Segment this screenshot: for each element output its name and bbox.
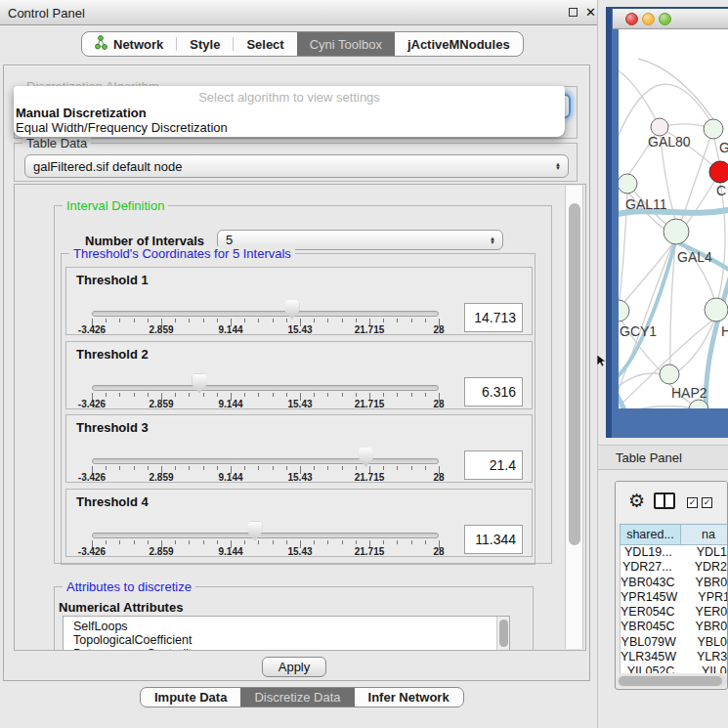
network-node-c[interactable]: [709, 161, 728, 183]
gear-icon[interactable]: ⚙: [628, 490, 645, 512]
slider-tick-label: 28: [433, 399, 444, 409]
table-hscrollbar[interactable]: [617, 675, 727, 687]
network-canvas[interactable]: GAL80GACGAL11GAL4GCY1HHAP2: [619, 29, 728, 408]
close-icon[interactable]: ✕: [585, 5, 596, 20]
table-row[interactable]: YDR27...YDR2: [621, 560, 727, 575]
checkbox-icon[interactable]: ✓: [687, 497, 698, 508]
slider-tick-label: -3.426: [78, 546, 106, 557]
tab-jactivemnodules[interactable]: jActiveMNodules: [395, 32, 523, 56]
threshold-value-field[interactable]: 6.316: [464, 377, 523, 407]
network-edge: [638, 59, 713, 119]
cell-name[interactable]: YIL0: [681, 664, 727, 673]
slider-tick: [106, 319, 107, 322]
list-item-topologicalcoefficient[interactable]: TopologicalCoefficient: [64, 633, 509, 647]
cell-name[interactable]: YDL1: [676, 545, 727, 560]
slider-handle[interactable]: [247, 522, 262, 541]
table-row[interactable]: YBL079WYBL0: [621, 635, 727, 650]
list-item-betweennesscentrality[interactable]: BetweennessCentrality: [64, 647, 509, 651]
network-window-titlebar[interactable]: [613, 9, 728, 29]
apply-button[interactable]: Apply: [262, 657, 326, 677]
cell-shared-name[interactable]: YDL19...: [621, 545, 676, 560]
cell-shared-name[interactable]: YBR045C: [621, 620, 675, 634]
panel-scrollbar-thumb[interactable]: [569, 203, 580, 545]
network-node-hap2[interactable]: [660, 364, 679, 384]
cell-shared-name[interactable]: YBR043C: [621, 576, 675, 590]
app-root: Control Panel ✕ NetworkStyleSelectCyni T…: [0, 0, 728, 728]
list-scrollbar[interactable]: [496, 617, 509, 651]
network-node-ga[interactable]: [704, 119, 723, 139]
zoom-light[interactable]: [659, 13, 671, 25]
table-row[interactable]: YBR045CYBR0: [621, 620, 727, 634]
cell-name[interactable]: YBR0: [675, 620, 727, 634]
slider-tick: [106, 466, 107, 470]
checkbox-icon[interactable]: ✓: [702, 497, 712, 508]
column-header-shared[interactable]: shared...: [620, 524, 680, 545]
tab-discretize-data[interactable]: Discretize Data: [240, 688, 354, 707]
cell-shared-name[interactable]: YDR27...: [621, 560, 674, 575]
cell-name[interactable]: YLR3: [676, 650, 727, 664]
table-row[interactable]: YDL19...YDL1: [621, 545, 727, 560]
cell-shared-name[interactable]: YIL052C: [621, 664, 681, 673]
slider-track[interactable]: [92, 533, 439, 538]
close-light[interactable]: [625, 13, 638, 25]
table-row[interactable]: YBR043CYBR0: [621, 576, 727, 590]
popup-option-equal-width[interactable]: Equal Width/Frequency Discretization: [16, 120, 228, 135]
slider-track[interactable]: [92, 385, 439, 391]
slider-handle[interactable]: [193, 374, 207, 394]
table-row[interactable]: YIL052CYIL0: [621, 664, 727, 673]
cell-name[interactable]: YBR0: [675, 576, 727, 590]
slider-tick: [106, 540, 107, 544]
threshold-value-field[interactable]: 21.4: [464, 450, 523, 480]
cell-name[interactable]: YPR1: [677, 590, 727, 605]
tab-cyni-toolbox[interactable]: Cyni Toolbox: [297, 32, 395, 56]
algorithm-dropdown-popup: Select algorithm to view settings Manual…: [14, 86, 565, 137]
numerical-attributes-list[interactable]: SelfLoopsTopologicalCoefficientBetweenne…: [63, 616, 510, 651]
cell-name[interactable]: YER0: [675, 605, 727, 620]
network-node-gcy1[interactable]: [619, 300, 629, 321]
table-row[interactable]: YPR145WYPR1: [621, 590, 727, 605]
popup-option-manual-discretization[interactable]: Manual Discretization: [16, 106, 147, 120]
table-toolbar: ⚙ ✓ ✓: [616, 482, 727, 523]
slider-track[interactable]: [92, 458, 439, 464]
panel-scrollbar[interactable]: [565, 186, 583, 649]
slider-tick: [286, 393, 287, 397]
network-node-gal4[interactable]: [664, 219, 689, 244]
columns-icon[interactable]: [654, 492, 675, 509]
tab-network[interactable]: Network: [82, 32, 176, 56]
slider-handle[interactable]: [359, 448, 373, 467]
cell-shared-name[interactable]: YPR145W: [621, 590, 677, 605]
slider-tick-label: 28: [433, 472, 444, 483]
table-hscrollbar-thumb[interactable]: [619, 676, 722, 686]
cell-shared-name[interactable]: YER054C: [621, 605, 675, 620]
list-item-selfloops[interactable]: SelfLoops: [64, 620, 509, 633]
threshold-box-2: Threshold 2-3.4262.8599.14415.4321.71528…: [65, 341, 533, 409]
list-scrollbar-thumb[interactable]: [499, 620, 508, 647]
network-node-label: C: [716, 183, 726, 198]
table-row[interactable]: YLR345WYLR3: [621, 650, 727, 664]
table-data-combobox[interactable]: galFiltered.sif default node ▲▼: [24, 154, 569, 178]
tab-infer-network[interactable]: Infer Network: [355, 688, 463, 707]
tab-impute-data[interactable]: Impute Data: [141, 688, 240, 707]
network-node-h[interactable]: [705, 298, 728, 321]
column-header-name[interactable]: na: [680, 524, 727, 545]
table-row[interactable]: YER054CYER0: [621, 605, 727, 620]
threshold-value-field[interactable]: 11.344: [464, 525, 523, 554]
cell-shared-name[interactable]: YLR345W: [621, 650, 676, 664]
cell-shared-name[interactable]: YBL079W: [621, 635, 676, 650]
slider-tick: [327, 466, 328, 470]
threshold-value-field[interactable]: 14.713: [464, 303, 523, 332]
slider-tick-label: 2.859: [149, 399, 173, 409]
threshold-label: Threshold 1: [76, 273, 149, 287]
tab-select[interactable]: Select: [234, 32, 296, 56]
cell-name[interactable]: YBL0: [676, 635, 727, 650]
minimize-light[interactable]: [642, 13, 655, 25]
slider-handle[interactable]: [284, 300, 299, 320]
cell-name[interactable]: YDR2: [674, 560, 727, 575]
network-node-gal11[interactable]: [619, 174, 637, 193]
slider-tick: [175, 319, 176, 322]
slider-track[interactable]: [92, 311, 439, 317]
slider-tick: [383, 540, 384, 544]
float-window-icon[interactable]: [569, 8, 578, 17]
tab-style[interactable]: Style: [177, 32, 233, 56]
slider-tick: [397, 540, 398, 544]
